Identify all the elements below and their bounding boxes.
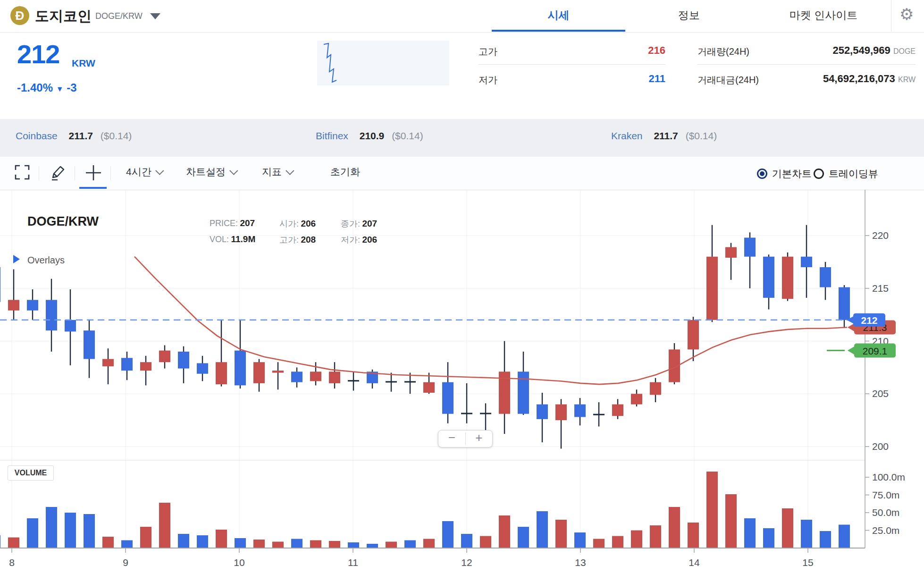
candle-body[interactable] xyxy=(442,382,454,414)
candle-body[interactable] xyxy=(84,330,95,359)
info-vol: VOL: 11.9M xyxy=(210,234,255,245)
candle-body[interactable] xyxy=(593,414,605,415)
reset-button[interactable]: 초기화 xyxy=(330,165,360,178)
candle-body[interactable] xyxy=(763,257,774,298)
stat-high: 고가 216 xyxy=(479,43,665,59)
candle-body[interactable] xyxy=(348,380,359,381)
tab-market-price[interactable]: 시세 xyxy=(492,0,625,32)
volume-bar xyxy=(669,507,680,548)
candle-body[interactable] xyxy=(65,320,76,332)
fullscreen-icon[interactable] xyxy=(14,164,30,180)
volume-bar xyxy=(159,503,170,548)
candle-body[interactable] xyxy=(216,362,227,384)
volume-bar xyxy=(329,541,340,548)
candle-body[interactable] xyxy=(197,363,208,373)
candle-body[interactable] xyxy=(272,371,284,372)
radio-basic-chart[interactable]: 기본차트 xyxy=(757,167,812,180)
candle-body[interactable] xyxy=(140,362,151,371)
candle-body[interactable] xyxy=(782,257,793,299)
candle-body[interactable] xyxy=(820,267,831,287)
candle-body[interactable] xyxy=(102,359,114,366)
candle-body[interactable] xyxy=(612,405,623,416)
candle-body[interactable] xyxy=(235,351,246,386)
toolbar-separator xyxy=(110,166,111,180)
candle-body[interactable] xyxy=(537,405,548,419)
candle-body[interactable] xyxy=(480,413,491,414)
candle-body[interactable] xyxy=(631,394,642,404)
pair-dropdown-caret-icon[interactable] xyxy=(150,13,160,19)
chart-settings-dropdown[interactable]: 차트설정 xyxy=(186,165,235,178)
volume-bar xyxy=(404,540,416,549)
radio-unselected-icon xyxy=(814,169,824,179)
candle-body[interactable] xyxy=(725,247,737,258)
zoom-out-button[interactable]: − xyxy=(438,430,465,447)
x-axis-label: 13 xyxy=(575,557,586,568)
volume-bar xyxy=(102,537,114,548)
settings-gear-icon[interactable]: ⚙ xyxy=(899,5,914,24)
stat-label: 저가 xyxy=(479,74,497,86)
candle-body[interactable] xyxy=(310,371,321,381)
candle-body[interactable] xyxy=(329,371,340,383)
exchange-name[interactable]: Coinbase xyxy=(16,130,58,141)
candle-body[interactable] xyxy=(839,287,850,320)
stat-unit: KRW xyxy=(898,76,916,84)
stat-value: 54,692,216,073 KRW xyxy=(823,73,916,85)
candle-body[interactable] xyxy=(46,300,57,330)
sparkline-path xyxy=(324,43,336,82)
candle-body[interactable] xyxy=(518,371,529,414)
volume-bar xyxy=(272,542,284,549)
low-indicator-badge-arrow xyxy=(848,346,855,355)
candle-body[interactable] xyxy=(801,257,812,267)
candle-body[interactable] xyxy=(744,237,756,256)
candle-body[interactable] xyxy=(159,351,170,363)
volume-bar xyxy=(65,513,76,548)
candle-body[interactable] xyxy=(0,267,0,302)
stat-value: 252,549,969 DOGE xyxy=(832,44,916,57)
chart-symbol-label: DOGE/KRW xyxy=(27,214,99,229)
draw-pencil-icon[interactable] xyxy=(49,164,66,181)
volume-axis-label: 25.0m xyxy=(872,525,899,536)
selected-tool-underline xyxy=(79,187,107,189)
candle-body[interactable] xyxy=(650,382,661,395)
exchange-name[interactable]: Kraken xyxy=(611,130,643,141)
chevron-down-icon xyxy=(229,166,238,175)
interval-label: 4시간 xyxy=(126,166,151,177)
volume-bar xyxy=(499,515,510,548)
info-high: 고가: 208 xyxy=(279,234,316,245)
crosshair-plus-icon[interactable] xyxy=(85,164,102,181)
candle-body[interactable] xyxy=(121,358,133,371)
candle-body[interactable] xyxy=(291,371,302,382)
candle-body[interactable] xyxy=(423,382,435,393)
candle-body[interactable] xyxy=(178,352,189,369)
price-chart-region[interactable]: 220215210205200100.0m75.0m50.0m25.0m8910… xyxy=(0,190,924,574)
volume-bar xyxy=(706,472,718,548)
zoom-in-button[interactable]: + xyxy=(466,430,493,447)
candle-body[interactable] xyxy=(688,320,699,350)
candle-body[interactable] xyxy=(574,405,586,417)
candle-body[interactable] xyxy=(461,413,472,414)
volume-bar xyxy=(593,539,605,549)
candle-body[interactable] xyxy=(404,381,416,382)
candle-body[interactable] xyxy=(386,381,397,382)
candle-body[interactable] xyxy=(706,257,718,320)
candlestick-chart[interactable]: 220215210205200100.0m75.0m50.0m25.0m8910… xyxy=(0,190,924,574)
overlays-toggle[interactable]: Overlays xyxy=(13,255,65,266)
tab-info[interactable]: 정보 xyxy=(642,0,736,32)
interval-dropdown[interactable]: 4시간 xyxy=(126,165,161,178)
current-price-badge-label: 212 xyxy=(861,315,877,326)
radio-tradingview[interactable]: 트레이딩뷰 xyxy=(814,167,878,180)
candle-body[interactable] xyxy=(555,405,567,421)
toolbar-separator xyxy=(39,166,39,180)
volume-bar xyxy=(612,536,623,549)
stat-volume24h: 거래량(24H) 252,549,969 DOGE xyxy=(697,43,916,59)
exchange-comparison-bar: Coinbase 211.7 ($0.14) Bitfinex 210.9 ($… xyxy=(0,119,924,157)
exchange-name[interactable]: Bitfinex xyxy=(316,130,348,141)
volume-bar xyxy=(801,520,812,548)
candle-body[interactable] xyxy=(8,300,19,310)
tab-market-insight[interactable]: 마켓 인사이트 xyxy=(755,0,892,32)
down-arrow-icon: ▼ xyxy=(56,85,64,93)
indicators-dropdown[interactable]: 지표 xyxy=(262,165,292,178)
volume-bar xyxy=(386,542,397,549)
candle-body[interactable] xyxy=(27,300,38,310)
candle-body[interactable] xyxy=(253,362,265,383)
